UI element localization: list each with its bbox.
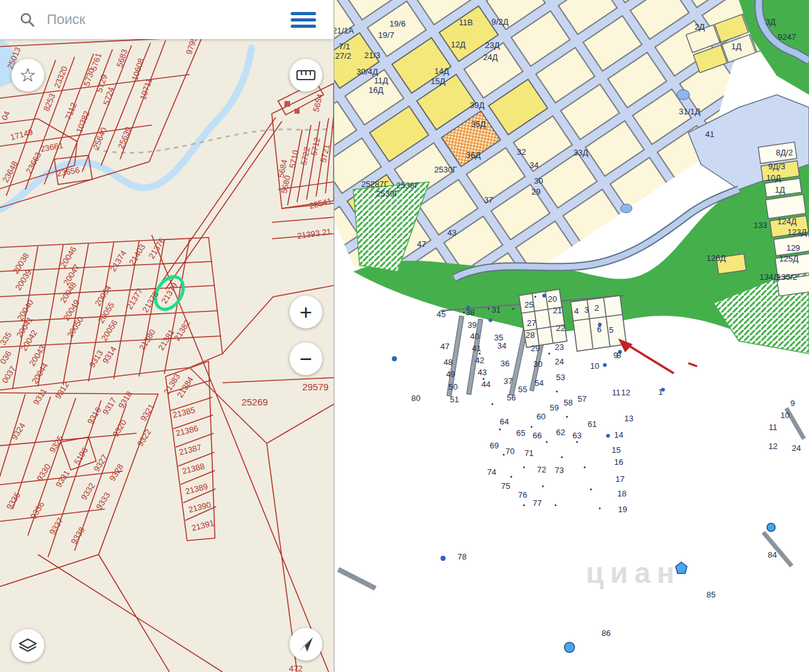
layers-icon [17, 635, 39, 656]
layers-button[interactable] [11, 629, 44, 662]
locate-arrow-icon [295, 633, 317, 655]
zoom-in-button[interactable]: + [289, 296, 322, 328]
menu-icon[interactable] [291, 12, 316, 28]
favorites-button[interactable]: ☆ [11, 59, 44, 92]
watermark: циан [586, 556, 681, 590]
search-icon [19, 11, 35, 28]
left-map-graphics [0, 0, 334, 672]
plan-map-panel[interactable]: 21/1А19/619/77/127/221/311В9/2Д12Д23Д24Д… [334, 0, 809, 672]
left-map-canvas[interactable]: 2501323320576156835730572957248253711210… [0, 0, 334, 672]
minus-icon: − [300, 348, 312, 369]
cadastral-map-panel[interactable]: 2501323320576156835730572957248253711210… [0, 0, 334, 672]
search-input[interactable] [46, 11, 291, 28]
star-icon: ☆ [20, 66, 37, 85]
search-bar [0, 0, 334, 39]
plus-icon: + [300, 301, 312, 323]
right-map-graphics [334, 0, 809, 672]
my-location-button[interactable] [289, 628, 322, 661]
ruler-icon [295, 64, 317, 86]
split-map-view: 2501323320576156835730572957248253711210… [0, 0, 809, 672]
measure-button[interactable] [289, 59, 322, 92]
zoom-out-button[interactable]: − [289, 342, 322, 375]
